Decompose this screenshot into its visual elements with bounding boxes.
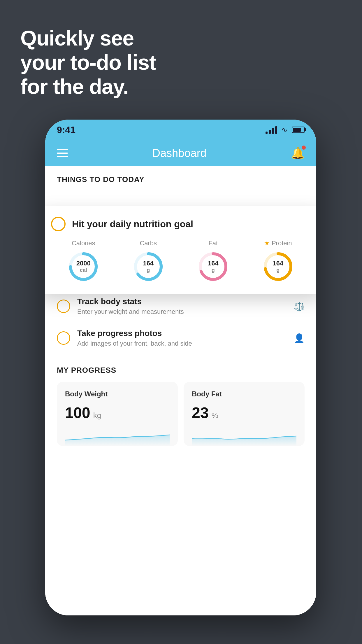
hero-line3: for the day. bbox=[20, 75, 156, 99]
todo-item-photos[interactable]: Take progress photos Add images of your … bbox=[45, 322, 316, 354]
notification-badge bbox=[302, 146, 306, 150]
carbs-donut: 164 g bbox=[132, 251, 164, 283]
body-stats-check-circle bbox=[57, 300, 70, 313]
hero-line1: Quickly see bbox=[20, 26, 156, 50]
fat-label: Fat bbox=[208, 239, 218, 247]
body-weight-chart bbox=[65, 428, 170, 446]
person-icon: 👤 bbox=[294, 333, 305, 343]
nutrition-card[interactable]: Hit your daily nutrition goal Calories bbox=[45, 206, 316, 294]
status-icons: ∿ bbox=[266, 125, 305, 134]
nutrition-check-circle bbox=[51, 217, 66, 231]
fat-stat: Fat 164 g bbox=[197, 239, 229, 283]
carbs-label: Carbs bbox=[140, 239, 157, 247]
photos-text: Take progress photos Add images of your … bbox=[77, 329, 294, 347]
body-weight-card[interactable]: Body Weight 100 kg bbox=[57, 382, 178, 446]
hamburger-menu[interactable] bbox=[57, 149, 68, 157]
phone-content: THINGS TO DO TODAY Hit your daily nutrit… bbox=[45, 166, 316, 615]
calories-label: Calories bbox=[72, 239, 95, 247]
scale-icon: ⚖️ bbox=[294, 301, 305, 312]
nav-bar: Dashboard 🔔 bbox=[45, 140, 316, 166]
photos-check-circle bbox=[57, 331, 70, 345]
protein-donut: 164 g bbox=[262, 251, 294, 283]
photos-subtitle: Add images of your front, back, and side bbox=[77, 340, 294, 347]
signal-icon bbox=[266, 126, 277, 134]
protein-label: ★ Protein bbox=[264, 239, 292, 247]
body-fat-value: 23 % bbox=[192, 404, 296, 421]
body-fat-card[interactable]: Body Fat 23 % bbox=[184, 382, 305, 446]
nutrition-stats: Calories 2000 cal bbox=[51, 239, 310, 283]
body-stats-subtitle: Enter your weight and measurements bbox=[77, 308, 294, 316]
body-weight-title: Body Weight bbox=[65, 390, 170, 398]
body-weight-value: 100 kg bbox=[65, 404, 170, 421]
body-fat-title: Body Fat bbox=[192, 390, 296, 398]
notification-bell-icon[interactable]: 🔔 bbox=[291, 147, 305, 160]
nutrition-title: Hit your daily nutrition goal bbox=[72, 219, 193, 230]
calories-stat: Calories 2000 cal bbox=[67, 239, 99, 283]
nav-title: Dashboard bbox=[152, 147, 207, 160]
wifi-icon: ∿ bbox=[281, 125, 288, 134]
body-fat-unit: % bbox=[212, 411, 218, 420]
progress-cards: Body Weight 100 kg bbox=[57, 382, 305, 446]
things-to-do-header: THINGS TO DO TODAY bbox=[45, 166, 316, 189]
status-time: 9:41 bbox=[57, 125, 75, 135]
body-weight-unit: kg bbox=[93, 411, 101, 420]
calories-donut: 2000 cal bbox=[67, 251, 99, 283]
body-fat-chart bbox=[192, 428, 296, 446]
status-bar: 9:41 ∿ bbox=[45, 120, 316, 140]
body-fat-number: 23 bbox=[192, 404, 209, 421]
star-icon: ★ bbox=[264, 239, 270, 247]
progress-section: MY PROGRESS Body Weight 100 kg bbox=[45, 354, 316, 446]
body-weight-number: 100 bbox=[65, 404, 90, 421]
phone-mockup: 9:41 ∿ Dashboard 🔔 THI bbox=[45, 120, 316, 615]
battery-icon bbox=[292, 127, 305, 133]
hero-text: Quickly see your to-do list for the day. bbox=[20, 26, 156, 99]
body-stats-title: Track body stats bbox=[77, 297, 294, 306]
nutrition-card-header: Hit your daily nutrition goal bbox=[51, 217, 310, 231]
carbs-stat: Carbs 164 g bbox=[132, 239, 164, 283]
todo-item-body-stats[interactable]: Track body stats Enter your weight and m… bbox=[45, 290, 316, 322]
fat-donut: 164 g bbox=[197, 251, 229, 283]
protein-stat: ★ Protein 164 g bbox=[262, 239, 294, 283]
progress-header: MY PROGRESS bbox=[57, 366, 305, 375]
photos-title: Take progress photos bbox=[77, 329, 294, 338]
body-stats-text: Track body stats Enter your weight and m… bbox=[77, 297, 294, 316]
hero-line2: your to-do list bbox=[20, 50, 156, 75]
